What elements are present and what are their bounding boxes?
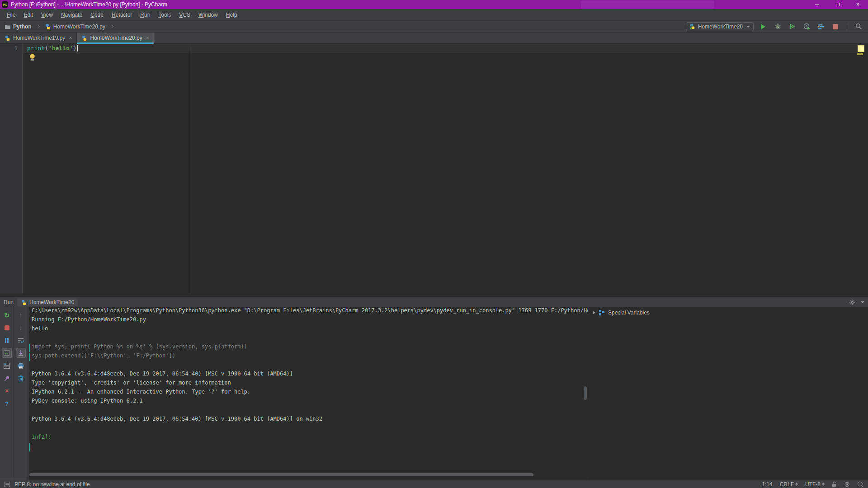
toolwindow-switcher-icon[interactable] bbox=[5, 482, 10, 487]
code-token-print: print bbox=[27, 45, 45, 52]
menu-navigate[interactable]: Navigate bbox=[57, 10, 86, 20]
event-log-icon[interactable] bbox=[857, 481, 863, 487]
soft-wrap-button[interactable] bbox=[16, 335, 26, 345]
soft-wrap-icon bbox=[18, 338, 24, 343]
concurrency-icon bbox=[818, 23, 825, 30]
console-prompt-line: In[2]: bbox=[28, 434, 588, 443]
menu-window[interactable]: Window bbox=[194, 10, 222, 20]
special-variables-header[interactable]: Special Variables bbox=[588, 307, 868, 318]
concurrency-diagram-button[interactable] bbox=[816, 22, 826, 31]
menu-bar: File Edit View Navigate Code Refactor Ru… bbox=[0, 9, 868, 21]
menu-refactor[interactable]: Refactor bbox=[108, 10, 136, 20]
menu-run[interactable]: Run bbox=[136, 10, 154, 20]
right-margin-guide bbox=[190, 44, 190, 295]
menu-tools[interactable]: Tools bbox=[154, 10, 175, 20]
rerun-button[interactable]: ↻ bbox=[2, 310, 12, 320]
help-icon: ? bbox=[5, 401, 9, 407]
console-line: import sys; print('Python %s on %s' % (s… bbox=[28, 343, 588, 352]
breadcrumb-file[interactable]: HomeWorkTime20.py bbox=[53, 23, 105, 30]
minimize-button[interactable] bbox=[807, 0, 827, 9]
tab-close-icon[interactable]: × bbox=[69, 35, 72, 41]
inspection-status-indicator[interactable] bbox=[858, 45, 864, 52]
tab-close-icon[interactable]: × bbox=[146, 35, 149, 41]
tab-homeworktime19[interactable]: HomeWorkTime19.py × bbox=[0, 33, 77, 43]
pin-icon bbox=[4, 375, 10, 381]
run-configuration-select[interactable]: HomeWorkTime20 bbox=[686, 22, 754, 31]
toolbar-separator bbox=[847, 23, 847, 30]
caret-position-widget[interactable]: 1:14 bbox=[762, 481, 772, 488]
editor-area[interactable]: 1 print('hello') bbox=[0, 44, 868, 295]
clear-all-button[interactable] bbox=[16, 373, 26, 383]
intention-lightbulb-icon[interactable] bbox=[30, 54, 36, 61]
run-tab-homeworktime20[interactable]: HomeWorkTime20 bbox=[17, 298, 78, 306]
special-variables-panel: Special Variables bbox=[588, 307, 868, 480]
folder-icon bbox=[5, 24, 11, 29]
code-line-1: print('hello') bbox=[27, 45, 78, 52]
run-tool-window-header: Run HomeWorkTime20 bbox=[0, 297, 868, 307]
menu-edit[interactable]: Edit bbox=[19, 10, 37, 20]
maximize-button[interactable] bbox=[827, 0, 848, 9]
lock-icon[interactable] bbox=[832, 481, 837, 487]
tab-homeworktime20[interactable]: HomeWorkTime20.py × bbox=[77, 33, 154, 43]
stop-console-button[interactable] bbox=[2, 323, 12, 333]
coverage-icon bbox=[789, 23, 796, 30]
search-everywhere-button[interactable] bbox=[854, 22, 863, 31]
run-configuration-name: HomeWorkTime20 bbox=[698, 23, 743, 30]
text-caret bbox=[77, 45, 78, 52]
search-icon bbox=[855, 23, 862, 30]
debug-button[interactable] bbox=[773, 22, 783, 31]
print-button[interactable] bbox=[16, 361, 26, 371]
run-panel-label: Run bbox=[4, 299, 14, 305]
console-prompt-icon bbox=[4, 350, 10, 356]
special-variables-label: Special Variables bbox=[608, 310, 650, 316]
encoding-widget[interactable]: UTF-8 bbox=[805, 481, 825, 488]
run-console-output[interactable]: C:\Users\zm92w\AppData\Local\Programs\Py… bbox=[28, 307, 588, 480]
pycharm-window: PC Python [F:\Python] - ...\HomeWorkTime… bbox=[0, 0, 868, 488]
inspections-hector-icon[interactable] bbox=[844, 481, 850, 487]
stop-button[interactable] bbox=[830, 22, 840, 31]
expand-arrow-icon[interactable] bbox=[593, 311, 595, 314]
run-button[interactable] bbox=[758, 22, 768, 31]
up-stack-trace-button[interactable]: ↑ bbox=[16, 310, 26, 320]
menu-help[interactable]: Help bbox=[222, 10, 241, 20]
console-input-line[interactable] bbox=[28, 443, 588, 452]
menu-vcs[interactable]: VCS bbox=[175, 10, 194, 20]
run-toolbar-main: ↻ × ? bbox=[0, 307, 14, 480]
pause-output-button[interactable] bbox=[2, 335, 12, 345]
python-file-icon bbox=[21, 300, 27, 305]
chevron-right-icon bbox=[37, 25, 40, 28]
vertical-scrollbar[interactable] bbox=[584, 386, 587, 400]
scroll-to-end-button[interactable] bbox=[16, 348, 26, 358]
show-python-prompt-button[interactable] bbox=[2, 348, 12, 358]
console-line: sys.path.extend(['F:\\Python', 'F:/Pytho… bbox=[28, 352, 588, 361]
trash-icon bbox=[18, 375, 24, 381]
code-token-paren-open: ( bbox=[45, 45, 48, 52]
run-tab-label: HomeWorkTime20 bbox=[29, 299, 74, 305]
run-with-coverage-button[interactable] bbox=[787, 22, 797, 31]
stop-icon bbox=[833, 24, 838, 29]
warning-stripe-mark[interactable] bbox=[857, 53, 863, 55]
menu-file[interactable]: File bbox=[3, 10, 19, 20]
menu-view[interactable]: View bbox=[37, 10, 57, 20]
status-bar: PEP 8: no newline at end of file 1:14 CR… bbox=[0, 480, 868, 488]
close-console-button[interactable]: × bbox=[2, 386, 12, 396]
console-line: IPython 6.2.1 -- An enhanced Interactive… bbox=[28, 389, 588, 398]
gear-icon[interactable] bbox=[849, 299, 855, 305]
console-line: Type 'copyright', 'credits' or 'license'… bbox=[28, 380, 588, 389]
menu-code[interactable]: Code bbox=[86, 10, 108, 20]
close-button[interactable]: × bbox=[848, 0, 868, 9]
horizontal-scrollbar[interactable] bbox=[29, 473, 533, 476]
help-button[interactable]: ? bbox=[2, 399, 12, 408]
code-token-string: 'hello' bbox=[48, 45, 73, 52]
line-ending-widget[interactable]: CRLF bbox=[780, 481, 798, 488]
printer-icon bbox=[18, 363, 24, 369]
profiler-button[interactable] bbox=[802, 22, 811, 31]
breadcrumb-project[interactable]: Python bbox=[13, 23, 32, 30]
down-stack-trace-button[interactable]: ↓ bbox=[16, 323, 26, 333]
status-message: PEP 8: no newline at end of file bbox=[14, 481, 90, 488]
breadcrumb: Python HomeWorkTime20.py bbox=[5, 23, 116, 30]
pin-tab-button[interactable] bbox=[2, 373, 12, 383]
window-title: Python [F:\Python] - ...\HomeWorkTime20.… bbox=[11, 1, 167, 8]
restore-layout-button[interactable] bbox=[2, 361, 12, 371]
hide-panel-icon[interactable] bbox=[861, 301, 864, 303]
